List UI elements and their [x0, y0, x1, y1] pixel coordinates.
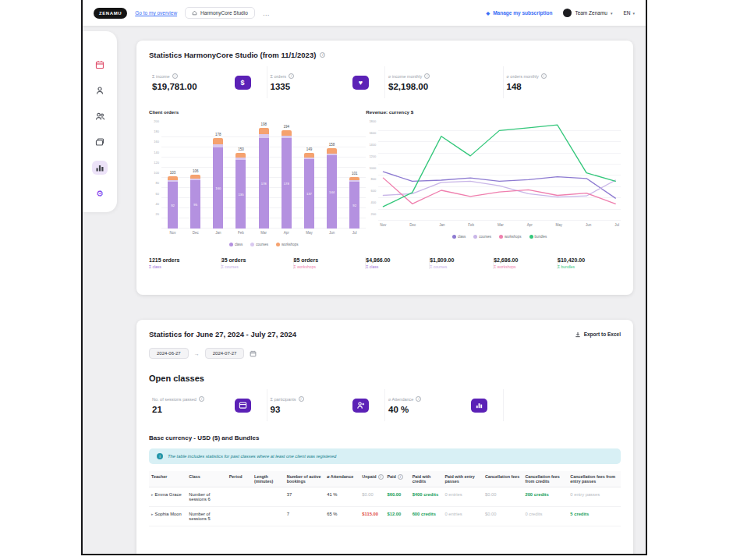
studio-name: HarmonyCore Studio [200, 10, 248, 16]
language-selector[interactable]: EN ▾ [623, 10, 635, 16]
teacher-name[interactable]: Emma Grace [155, 492, 182, 497]
col-paid[interactable]: Paidi [384, 471, 409, 487]
y-tick: 20 [156, 212, 159, 216]
date-to-input[interactable]: 2024-07-27 [205, 348, 245, 359]
row-expand-icon[interactable]: ▸ [151, 492, 154, 497]
zenamu-logo[interactable]: ZENAMU [94, 8, 127, 19]
col-class[interactable]: Class [186, 471, 226, 487]
info-icon[interactable]: i [378, 474, 384, 480]
y-tick: 100 [154, 171, 159, 175]
bookings-cell: 37 [285, 487, 324, 507]
manage-subscription-button[interactable]: ◆ Manage my subscription [487, 10, 553, 16]
info-icon[interactable]: i [424, 73, 430, 79]
chevron-down-icon: ▾ [611, 11, 613, 16]
bar-segment-class: 137 [304, 159, 314, 229]
summary-value: $2,686.00 [494, 257, 552, 263]
chart-title: Revenue: currency $ [366, 109, 621, 115]
team-menu[interactable]: Team Zenamu ▾ [563, 9, 612, 17]
period-card-title: Statistics for June 27, 2024 - July 27, … [149, 330, 296, 338]
period-cell [227, 507, 252, 526]
teacher-name[interactable]: Sophia Moon [155, 512, 182, 516]
info-icon[interactable]: i [289, 73, 294, 79]
paid-passes-cell: 0 entries [442, 487, 482, 507]
calendar-small-icon[interactable] [250, 350, 257, 357]
sidebar-item-profile[interactable] [92, 83, 108, 97]
info-icon[interactable]: i [172, 73, 178, 79]
export-to-excel-button[interactable]: Export to Excel [575, 331, 621, 338]
sidebar-item-calendar[interactable] [92, 58, 108, 72]
paid-cell: $60.00 [384, 487, 409, 507]
info-icon[interactable]: i [199, 396, 204, 402]
col-paid-credits[interactable]: Paid with credits [410, 471, 443, 487]
col-length[interactable]: Length (minutes) [252, 471, 285, 487]
x-tick: Dec [409, 223, 416, 230]
summary-value: 85 orders [294, 257, 361, 263]
zenamu-app: ZENAMU Go to my overview HarmonyCore Stu… [81, 0, 647, 555]
bar-chart-plot: 10392Nov10695Dec178160Jan150135Feb198178… [161, 119, 366, 238]
col-cancel-passes[interactable]: Cancellation fees from entry passes [568, 471, 621, 487]
overview-link[interactable]: Go to my overview [135, 10, 177, 16]
bar-total-label: 149 [306, 147, 313, 151]
col-teacher[interactable]: Teacher [149, 471, 186, 487]
bar-x-label: Jun [329, 229, 335, 238]
info-icon[interactable]: i [416, 396, 421, 402]
sidebar: ⚙ [83, 31, 117, 212]
bar-x-label: Mar [260, 229, 267, 238]
info-icon[interactable]: i [541, 73, 547, 79]
y-tick: 60 [156, 192, 159, 196]
bar-group-Apr: 194178Apr [275, 125, 298, 238]
col-unpaid[interactable]: Unpaidi [359, 471, 384, 487]
class-cell: Number of sessions 6 [186, 487, 226, 507]
sidebar-item-settings[interactable]: ⚙ [92, 186, 108, 200]
date-range: 2024-06-27 → 2024-07-27 [149, 348, 621, 359]
tile-label: ⌀ Attendance [388, 397, 413, 402]
sidebar-item-statistics[interactable] [92, 161, 108, 175]
attendance-cell: 65 % [324, 507, 359, 526]
legend-label: courses [479, 235, 491, 239]
chart-title: Client orders [149, 109, 366, 115]
x-tick: Nov [380, 223, 386, 230]
col-cancel-fees[interactable]: Cancellation fees [483, 471, 522, 487]
info-icon: i [157, 453, 163, 459]
x-tick: Mar [498, 223, 504, 230]
bar-x-label: Jan [215, 229, 221, 238]
legend-label: class [235, 243, 243, 246]
stat-tile-participants: Σ participantsi 93 [267, 389, 386, 421]
stat-tile-empty [504, 389, 621, 421]
bar-x-label: Feb [238, 229, 244, 238]
bar-x-label: Nov [170, 229, 176, 238]
summary-item: $1,809.00 Σ courses [430, 257, 494, 269]
bar-segment-class: 178 [282, 138, 292, 229]
row-expand-icon[interactable]: ▸ [151, 512, 154, 516]
summary-value: $1,809.00 [430, 257, 488, 263]
add-participant-icon [352, 399, 369, 413]
arrow-right-icon: → [194, 351, 200, 356]
col-attendance[interactable]: ⌀ Attendance [324, 471, 359, 487]
sidebar-item-passes[interactable] [92, 135, 108, 149]
info-icon[interactable]: i [299, 396, 304, 402]
col-bookings[interactable]: Number of active bookings [285, 471, 324, 487]
bar-total-label: 103 [170, 171, 176, 175]
y-tick: 800 [371, 177, 377, 181]
y-tick: 40 [156, 202, 159, 206]
info-banner-text: The table includes statistics for past c… [168, 454, 336, 459]
sidebar-item-clients[interactable] [92, 109, 108, 123]
summary-item: 85 orders Σ workshops [294, 257, 366, 269]
bar-total-label: 158 [329, 143, 335, 147]
col-paid-passes[interactable]: Paid with entry passes [442, 471, 482, 487]
date-from-input[interactable]: 2024-06-27 [149, 348, 189, 359]
col-cancel-credits[interactable]: Cancellation fees from credits [522, 471, 568, 487]
studio-selector[interactable]: HarmonyCore Studio [185, 7, 255, 19]
line-series-bundles [384, 125, 616, 207]
legend-dot-icon [529, 235, 533, 239]
legend-item: class [452, 235, 466, 239]
bar-stack: 95 [190, 175, 200, 229]
info-icon[interactable]: i [398, 474, 403, 480]
more-icon[interactable]: … [263, 9, 271, 17]
bar-x-label: Apr [284, 229, 289, 238]
summary-label: Σ workshops [494, 264, 552, 269]
manage-subscription-label: Manage my subscription [493, 10, 552, 16]
col-period[interactable]: Period [227, 471, 252, 487]
bar-x-label: Dec [193, 229, 199, 238]
info-icon[interactable]: i [320, 52, 325, 58]
